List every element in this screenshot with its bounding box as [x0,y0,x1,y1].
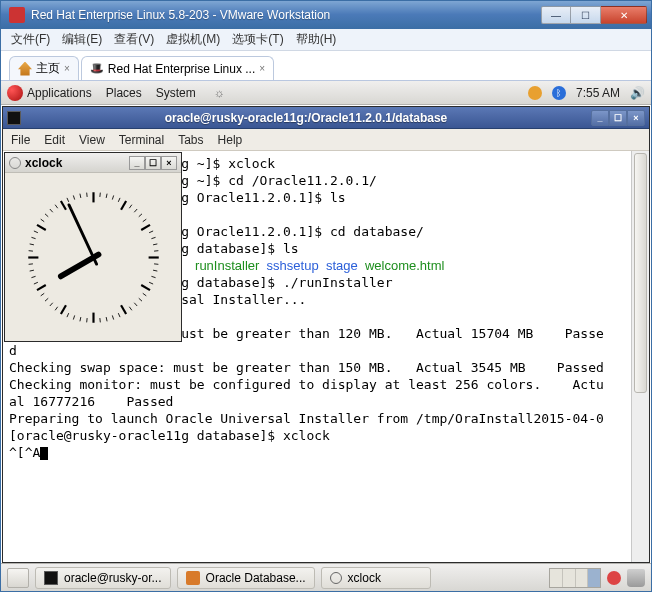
svg-line-24 [129,306,132,310]
term-menu-file[interactable]: File [11,133,30,147]
launcher-icon[interactable]: ☼ [214,86,225,100]
svg-line-5 [121,200,126,209]
svg-line-37 [49,302,52,305]
task-terminal[interactable]: oracle@rusky-or... [35,567,171,589]
close-button[interactable]: ✕ [601,6,647,24]
svg-line-13 [153,243,157,244]
svg-line-35 [60,305,65,314]
vmware-icon [9,7,25,23]
terminal-scrollbar[interactable] [631,151,649,562]
menu-vm[interactable]: 虚拟机(M) [166,31,220,48]
svg-line-27 [112,315,113,319]
svg-line-19 [149,282,153,284]
svg-line-32 [79,317,80,321]
gnome-tray: ᛒ 7:55 AM 🔊 [528,86,645,100]
clock-icon [9,157,21,169]
term-menu-help[interactable]: Help [218,133,243,147]
show-desktop-button[interactable] [7,568,29,588]
terminal-minimize-button[interactable]: _ [591,110,609,126]
svg-line-50 [36,224,45,229]
bluetooth-icon[interactable]: ᛒ [552,86,566,100]
gnome-menu-system[interactable]: System [156,86,196,100]
tab-rhel[interactable]: 🎩 Red Hat Enterprise Linux ... × [81,56,274,80]
terminal-close-button[interactable]: × [627,110,645,126]
svg-line-43 [29,270,33,271]
task-label: Oracle Database... [206,571,306,585]
xclock-window[interactable]: xclock _ ☐ × [4,152,182,342]
svg-line-48 [31,237,35,238]
svg-line-3 [112,195,113,199]
xclock-titlebar[interactable]: xclock _ ☐ × [5,153,181,173]
svg-line-12 [151,237,155,238]
menu-help[interactable]: 帮助(H) [296,31,337,48]
svg-line-40 [36,285,45,290]
tab-home[interactable]: 主页 × [9,56,79,80]
terminal-titlebar[interactable]: oracle@rusky-oracle11g:/Oracle11.2.0.1/d… [3,107,649,129]
xclock-minimize-button[interactable]: _ [129,156,145,170]
svg-line-22 [138,298,141,301]
svg-line-11 [149,230,153,232]
svg-line-36 [55,306,58,310]
home-icon [18,62,32,76]
terminal-surface[interactable]: [oracle@rusky-oracle11g ~]$ xclock [orac… [3,151,649,562]
task-label: xclock [348,571,381,585]
svg-line-52 [45,213,48,216]
trash-icon[interactable] [627,569,645,587]
svg-line-49 [33,230,37,232]
workspace-switcher[interactable] [549,568,601,588]
windows-titlebar[interactable]: Red Hat Enterprise Linux 5.8-203 - VMwar… [1,1,651,29]
svg-line-53 [49,209,52,212]
clock-text[interactable]: 7:55 AM [576,86,620,100]
svg-line-56 [66,197,68,201]
svg-line-51 [40,219,44,222]
xclock-title-text: xclock [25,156,125,170]
task-oracle-db[interactable]: Oracle Database... [177,567,315,589]
terminal-title: oracle@rusky-oracle11g:/Oracle11.2.0.1/d… [25,111,587,125]
svg-line-33 [73,315,74,319]
update-icon[interactable] [528,86,542,100]
term-menu-view[interactable]: View [79,133,105,147]
scrollbar-thumb[interactable] [634,153,647,393]
menu-file[interactable]: 文件(F) [11,31,50,48]
svg-line-26 [118,313,120,317]
menu-tabs[interactable]: 选项卡(T) [232,31,283,48]
gnome-menu-applications[interactable]: Applications [27,86,92,100]
gnome-menu-places[interactable]: Places [106,86,142,100]
tab-label: Red Hat Enterprise Linux ... [108,62,255,76]
clock-svg [21,185,166,330]
svg-line-18 [151,276,155,277]
term-menu-edit[interactable]: Edit [44,133,65,147]
svg-line-34 [66,313,68,317]
svg-line-41 [33,282,37,284]
svg-line-58 [79,193,80,197]
notification-icon[interactable] [607,571,621,585]
gnome-terminal-window: oracle@rusky-oracle11g:/Oracle11.2.0.1/d… [2,106,650,563]
volume-icon[interactable]: 🔊 [630,86,645,100]
gnome-top-panel: Applications Places System ☼ ᛒ 7:55 AM 🔊 [1,81,651,105]
svg-line-54 [55,204,58,208]
minimize-button[interactable]: — [541,6,571,24]
menu-edit[interactable]: 编辑(E) [62,31,102,48]
xclock-close-button[interactable]: × [161,156,177,170]
redhat-icon[interactable] [7,85,23,101]
svg-line-42 [31,276,35,277]
svg-line-9 [142,219,146,222]
svg-line-47 [29,243,33,244]
vmware-menubar: 文件(F) 编辑(E) 查看(V) 虚拟机(M) 选项卡(T) 帮助(H) [1,29,651,51]
terminal-maximize-button[interactable]: ☐ [609,110,627,126]
xclock-maximize-button[interactable]: ☐ [145,156,161,170]
term-menu-terminal[interactable]: Terminal [119,133,164,147]
svg-line-21 [142,293,146,296]
tab-close-icon[interactable]: × [259,63,265,74]
maximize-button[interactable]: ☐ [571,6,601,24]
vmware-tabbar: 主页 × 🎩 Red Hat Enterprise Linux ... × [1,51,651,81]
svg-line-61 [68,204,96,263]
term-menu-tabs[interactable]: Tabs [178,133,203,147]
menu-view[interactable]: 查看(V) [114,31,154,48]
svg-line-6 [129,204,132,208]
tab-close-icon[interactable]: × [64,63,70,74]
svg-line-20 [141,285,150,290]
gnome-bottom-panel: oracle@rusky-or... Oracle Database... xc… [1,563,651,591]
task-xclock[interactable]: xclock [321,567,431,589]
svg-line-38 [45,298,48,301]
